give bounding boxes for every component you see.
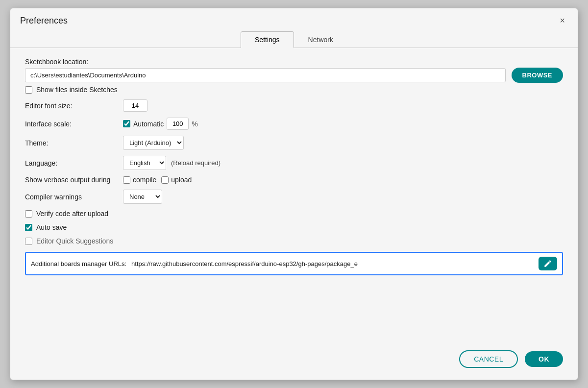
verbose-row: Show verbose output during compile uploa… (25, 176, 563, 184)
font-size-input[interactable] (123, 99, 147, 112)
cancel-button[interactable]: CANCEL (459, 350, 518, 368)
automatic-label[interactable]: Automatic (133, 120, 164, 128)
interface-scale-row: Interface scale: Automatic % (25, 118, 563, 130)
theme-label: Theme: (25, 139, 123, 147)
verbose-label: Show verbose output during (25, 176, 123, 184)
editor-quick-label[interactable]: Editor Quick Suggestions (36, 237, 113, 245)
show-files-label[interactable]: Show files inside Sketches (36, 86, 118, 94)
font-size-row: Editor font size: (25, 99, 563, 112)
dialog-title: Preferences (20, 16, 68, 26)
interface-scale-label: Interface scale: (25, 120, 123, 128)
sketchbook-row: BROWSE (25, 68, 563, 83)
preferences-dialog: Preferences × Settings Network Sketchboo… (10, 8, 578, 380)
boards-url-label: Additional boards manager URLs: (31, 260, 126, 267)
verbose-compile-label[interactable]: compile (123, 176, 156, 184)
tabs-bar: Settings Network (10, 31, 578, 48)
scale-value-input[interactable] (167, 118, 189, 130)
sketchbook-path-input[interactable] (25, 68, 506, 82)
automatic-checkbox[interactable] (123, 120, 130, 127)
ok-button[interactable]: OK (525, 351, 563, 367)
settings-content: Sketchbook location: BROWSE Show files i… (10, 48, 578, 342)
theme-select[interactable]: Light (Arduino) Dark (Arduino) (123, 136, 184, 150)
editor-quick-checkbox[interactable] (25, 238, 32, 245)
language-row: Language: English Español Français Deuts… (25, 156, 563, 170)
language-label: Language: (25, 159, 123, 167)
tab-settings[interactable]: Settings (241, 31, 294, 48)
compiler-warnings-row: Compiler warnings None Default More All (25, 190, 563, 204)
verify-code-checkbox[interactable] (25, 210, 32, 218)
auto-save-label[interactable]: Auto save (36, 223, 67, 231)
tab-network[interactable]: Network (294, 31, 347, 48)
auto-save-checkbox[interactable] (25, 224, 32, 231)
boards-url-input[interactable] (131, 260, 535, 267)
show-files-checkbox[interactable] (25, 86, 32, 94)
dialog-header: Preferences × (10, 8, 578, 26)
verbose-upload-checkbox[interactable] (161, 176, 169, 184)
verify-code-row: Verify code after upload (25, 210, 563, 218)
compiler-warnings-label: Compiler warnings (25, 193, 123, 201)
compiler-warnings-select[interactable]: None Default More All (123, 190, 162, 204)
pct-label: % (192, 120, 197, 128)
verify-code-label[interactable]: Verify code after upload (36, 210, 108, 218)
verbose-controls: compile upload (123, 176, 196, 184)
browse-button[interactable]: BROWSE (512, 68, 564, 83)
edit-icon (543, 259, 552, 268)
editor-quick-row: Editor Quick Suggestions (25, 237, 563, 245)
language-select[interactable]: English Español Français Deutsch (123, 156, 166, 170)
verbose-compile-checkbox[interactable] (123, 176, 130, 184)
verbose-upload-label[interactable]: upload (161, 176, 192, 184)
reload-note: (Reload required) (171, 159, 220, 167)
boards-url-edit-button[interactable] (539, 257, 557, 270)
scale-controls: Automatic % (123, 118, 198, 130)
auto-save-row: Auto save (25, 223, 563, 231)
dialog-footer: CANCEL OK (10, 342, 578, 380)
show-files-row: Show files inside Sketches (25, 86, 563, 94)
boards-url-row: Additional boards manager URLs: (25, 252, 563, 275)
theme-row: Theme: Light (Arduino) Dark (Arduino) (25, 136, 563, 150)
font-size-label: Editor font size: (25, 102, 123, 110)
close-button[interactable]: × (557, 15, 568, 26)
sketchbook-label: Sketchbook location: (25, 58, 563, 66)
